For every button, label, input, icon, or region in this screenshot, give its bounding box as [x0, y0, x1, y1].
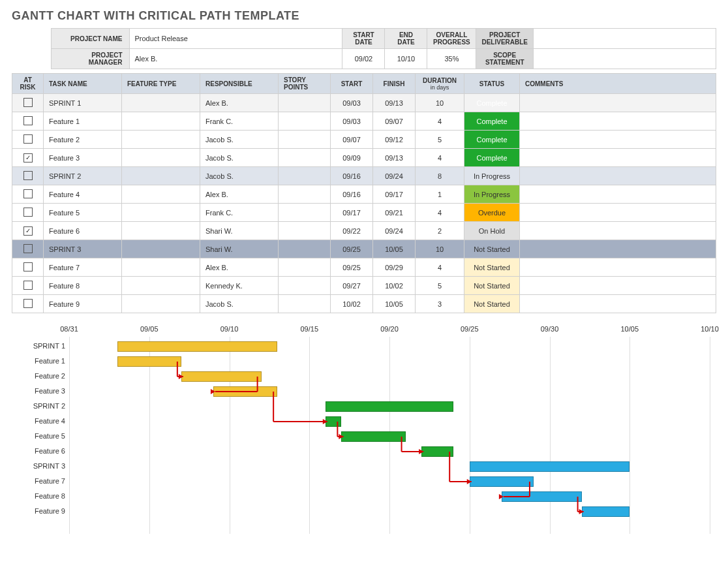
cell-start[interactable]: 09/25	[331, 240, 373, 258]
cell-duration[interactable]: 8	[416, 167, 464, 185]
cell-story-points[interactable]	[279, 131, 331, 149]
cell-start[interactable]: 09/09	[331, 149, 373, 167]
cell-feature-type[interactable]	[122, 167, 200, 185]
cell-finish[interactable]: 09/21	[373, 204, 416, 222]
cell-task-name[interactable]: Feature 9	[44, 295, 122, 313]
gantt-bar[interactable]	[341, 431, 405, 442]
gantt-bar[interactable]	[421, 446, 453, 457]
cell-duration[interactable]: 4	[416, 112, 464, 131]
cell-responsible[interactable]: Alex B.	[200, 185, 279, 204]
value-end-date[interactable]: 10/10	[385, 49, 427, 69]
cell-duration[interactable]: 4	[416, 258, 464, 277]
cell-feature-type[interactable]	[122, 277, 200, 295]
at-risk-checkbox[interactable]: ✓	[12, 149, 44, 167]
cell-start[interactable]: 09/07	[331, 131, 373, 149]
cell-responsible[interactable]: Jacob S.	[200, 167, 279, 185]
cell-feature-type[interactable]	[122, 204, 200, 222]
cell-finish[interactable]: 10/05	[373, 240, 416, 258]
cell-duration[interactable]: 10	[416, 240, 464, 258]
cell-story-points[interactable]	[279, 167, 331, 185]
cell-responsible[interactable]: Kennedy K.	[200, 277, 279, 295]
cell-story-points[interactable]	[279, 112, 331, 131]
cell-responsible[interactable]: Alex B.	[200, 258, 279, 277]
cell-status[interactable]: Overdue	[464, 204, 520, 222]
cell-status[interactable]: Complete	[464, 112, 520, 131]
at-risk-checkbox[interactable]	[12, 131, 44, 149]
cell-feature-type[interactable]	[122, 240, 200, 258]
cell-start[interactable]: 09/25	[331, 258, 373, 277]
cell-duration[interactable]: 10	[416, 94, 464, 112]
cell-comments[interactable]	[520, 112, 716, 131]
cell-comments[interactable]	[520, 222, 716, 240]
cell-feature-type[interactable]	[122, 222, 200, 240]
cell-duration[interactable]: 2	[416, 222, 464, 240]
value-project-deliverable[interactable]	[534, 29, 716, 49]
cell-responsible[interactable]: Shari W.	[200, 240, 279, 258]
cell-duration[interactable]: 5	[416, 277, 464, 295]
cell-story-points[interactable]	[279, 258, 331, 277]
cell-task-name[interactable]: SPRINT 1	[44, 94, 122, 112]
at-risk-checkbox[interactable]	[12, 167, 44, 185]
cell-status[interactable]: Complete	[464, 94, 520, 112]
cell-comments[interactable]	[520, 258, 716, 277]
cell-start[interactable]: 09/16	[331, 167, 373, 185]
cell-story-points[interactable]	[279, 277, 331, 295]
cell-finish[interactable]: 09/24	[373, 167, 416, 185]
gantt-bar[interactable]	[117, 341, 278, 352]
cell-task-name[interactable]: Feature 6	[44, 222, 122, 240]
cell-story-points[interactable]	[279, 204, 331, 222]
cell-status[interactable]: Complete	[464, 131, 520, 149]
cell-status[interactable]: Not Started	[464, 277, 520, 295]
cell-story-points[interactable]	[279, 295, 331, 313]
gantt-bar[interactable]	[213, 386, 277, 397]
cell-duration[interactable]: 5	[416, 131, 464, 149]
cell-finish[interactable]: 09/24	[373, 222, 416, 240]
cell-start[interactable]: 09/16	[331, 185, 373, 204]
cell-task-name[interactable]: Feature 8	[44, 277, 122, 295]
cell-duration[interactable]: 3	[416, 295, 464, 313]
value-start-date[interactable]: 09/02	[342, 49, 385, 69]
gantt-bar[interactable]	[326, 416, 342, 427]
at-risk-checkbox[interactable]: ✓	[12, 222, 44, 240]
value-overall-progress[interactable]: 35%	[427, 49, 476, 69]
cell-start[interactable]: 09/17	[331, 204, 373, 222]
cell-task-name[interactable]: Feature 1	[44, 112, 122, 131]
cell-responsible[interactable]: Alex B.	[200, 94, 279, 112]
gantt-bar[interactable]	[502, 491, 582, 502]
cell-task-name[interactable]: Feature 5	[44, 204, 122, 222]
gantt-bar[interactable]	[470, 476, 534, 487]
cell-finish[interactable]: 09/07	[373, 112, 416, 131]
cell-start[interactable]: 09/27	[331, 277, 373, 295]
cell-task-name[interactable]: SPRINT 3	[44, 240, 122, 258]
cell-story-points[interactable]	[279, 240, 331, 258]
cell-feature-type[interactable]	[122, 185, 200, 204]
cell-task-name[interactable]: Feature 4	[44, 185, 122, 204]
cell-finish[interactable]: 09/12	[373, 131, 416, 149]
gantt-bar[interactable]	[582, 506, 630, 517]
value-scope-statement[interactable]	[534, 49, 716, 69]
gantt-bar[interactable]	[470, 461, 630, 472]
gantt-bar[interactable]	[326, 401, 453, 412]
value-project-manager[interactable]: Alex B.	[129, 49, 342, 69]
cell-feature-type[interactable]	[122, 131, 200, 149]
cell-comments[interactable]	[520, 185, 716, 204]
cell-responsible[interactable]: Frank C.	[200, 112, 279, 131]
cell-finish[interactable]: 10/02	[373, 277, 416, 295]
cell-status[interactable]: Not Started	[464, 258, 520, 277]
cell-finish[interactable]: 09/29	[373, 258, 416, 277]
cell-task-name[interactable]: Feature 7	[44, 258, 122, 277]
cell-comments[interactable]	[520, 204, 716, 222]
gantt-bar[interactable]	[117, 356, 181, 367]
cell-comments[interactable]	[520, 94, 716, 112]
cell-comments[interactable]	[520, 295, 716, 313]
cell-status[interactable]: In Progress	[464, 167, 520, 185]
cell-start[interactable]: 09/03	[331, 94, 373, 112]
cell-status[interactable]: Not Started	[464, 295, 520, 313]
at-risk-checkbox[interactable]	[12, 295, 44, 313]
cell-status[interactable]: Not Started	[464, 240, 520, 258]
cell-status[interactable]: In Progress	[464, 185, 520, 204]
cell-feature-type[interactable]	[122, 149, 200, 167]
cell-duration[interactable]: 4	[416, 204, 464, 222]
at-risk-checkbox[interactable]	[12, 277, 44, 295]
at-risk-checkbox[interactable]	[12, 94, 44, 112]
